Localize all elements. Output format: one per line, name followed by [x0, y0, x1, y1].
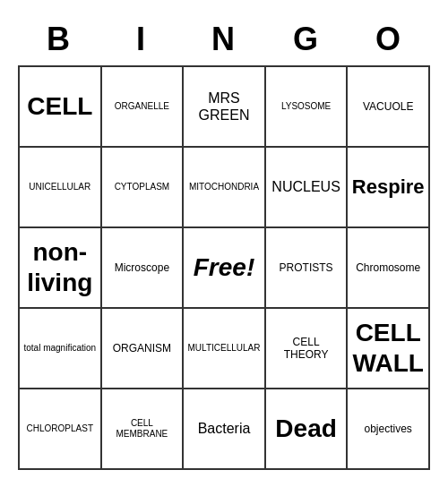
cell-text: total magnification	[23, 343, 96, 354]
cell-text: CYTOPLASM	[115, 182, 170, 192]
cell-text: ORGANISM	[113, 342, 171, 355]
bingo-cell: MULTICELLULAR	[184, 309, 266, 389]
bingo-cell: PROTISTS	[266, 228, 349, 309]
bingo-cell: MITOCHONDRIA	[184, 148, 266, 228]
cell-text: objectives	[365, 423, 412, 435]
bingo-cell: Chromosome	[348, 228, 430, 309]
bingo-cell: CHLOROPLAST	[20, 389, 102, 470]
bingo-cell: Microscope	[102, 228, 185, 309]
bingo-header: BINGO	[18, 17, 430, 65]
bingo-cell: Bacteria	[184, 389, 266, 470]
cell-text: UNICELLULAR	[29, 182, 90, 192]
header-letter: G	[265, 17, 348, 65]
cell-text: Free!	[194, 252, 254, 283]
cell-text: MITOCHONDRIA	[189, 182, 259, 192]
bingo-cell: ORGANELLE	[102, 67, 185, 148]
bingo-cell: UNICELLULAR	[20, 148, 102, 228]
bingo-cell: CELL MEMBRANE	[102, 389, 185, 470]
bingo-grid: CELLORGANELLEMRS GREENLYSOSOMEVACUOLEUNI…	[18, 65, 430, 470]
cell-text: CELL THEORY	[270, 336, 343, 362]
cell-text: non-living	[23, 237, 97, 297]
cell-text: PROTISTS	[280, 261, 333, 274]
header-letter: I	[100, 17, 183, 65]
bingo-cell: ORGANISM	[102, 309, 185, 389]
bingo-card: BINGO CELLORGANELLEMRS GREENLYSOSOMEVACU…	[9, 8, 439, 479]
bingo-cell: MRS GREEN	[184, 67, 266, 148]
bingo-cell: CYTOPLASM	[102, 148, 185, 228]
cell-text: CELL WALL	[351, 318, 425, 378]
cell-text: Microscope	[115, 261, 169, 274]
bingo-cell: Respire	[348, 148, 430, 228]
header-letter: O	[348, 17, 430, 65]
cell-text: Respire	[352, 175, 425, 199]
bingo-cell: objectives	[348, 389, 430, 470]
bingo-cell: NUCLEUS	[266, 148, 349, 228]
cell-text: MRS GREEN	[187, 90, 261, 124]
bingo-cell: non-living	[20, 228, 102, 309]
bingo-cell: total magnification	[20, 309, 102, 389]
bingo-cell: Dead	[266, 389, 349, 470]
cell-text: CELL MEMBRANE	[106, 418, 179, 440]
cell-text: ORGANELLE	[115, 101, 169, 112]
cell-text: CELL	[27, 91, 92, 122]
bingo-cell: VACUOLE	[348, 67, 430, 148]
cell-text: Dead	[275, 414, 336, 444]
header-letter: N	[183, 17, 265, 65]
header-letter: B	[18, 17, 100, 65]
cell-text: LYSOSOME	[281, 101, 331, 112]
cell-text: Bacteria	[198, 420, 251, 437]
cell-text: NUCLEUS	[271, 178, 340, 195]
cell-text: CHLOROPLAST	[27, 423, 93, 434]
cell-text: VACUOLE	[363, 100, 413, 113]
bingo-cell: LYSOSOME	[266, 67, 349, 148]
bingo-cell: CELL	[20, 67, 102, 148]
bingo-cell: CELL WALL	[348, 309, 430, 389]
bingo-cell: Free!	[184, 228, 266, 309]
cell-text: MULTICELLULAR	[188, 343, 261, 354]
bingo-cell: CELL THEORY	[266, 309, 349, 389]
cell-text: Chromosome	[356, 261, 420, 274]
